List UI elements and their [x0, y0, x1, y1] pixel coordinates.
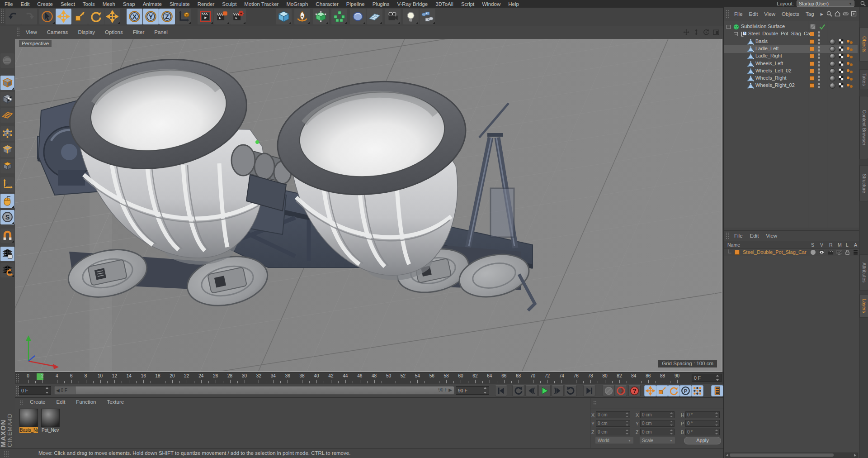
add-volume-button[interactable]: [350, 9, 366, 24]
rotate-view-icon[interactable]: [703, 29, 710, 36]
record-button[interactable]: [615, 385, 627, 396]
undo-button[interactable]: [5, 9, 21, 24]
layer-color-chip[interactable]: [810, 68, 814, 73]
expand-toggle[interactable]: [734, 32, 738, 36]
om-menu-view[interactable]: View: [764, 11, 775, 17]
goto-start-button[interactable]: [495, 385, 507, 396]
menu-simulate[interactable]: Simulate: [170, 1, 190, 7]
menu-select[interactable]: Select: [61, 1, 75, 7]
layer-color-chip[interactable]: [810, 75, 814, 81]
render-icon[interactable]: [827, 249, 834, 256]
range-end-label[interactable]: 90 F ▶: [439, 387, 452, 392]
key-parameter-button[interactable]: P: [679, 385, 692, 396]
snap-magnet-button[interactable]: [0, 229, 14, 243]
tree-item-basis[interactable]: Basis: [724, 38, 858, 46]
menu-motion-tracker[interactable]: Motion Tracker: [244, 1, 278, 7]
menu-v-ray-bridge[interactable]: V-Ray Bridge: [397, 1, 428, 7]
visibility-dots[interactable]: [818, 82, 820, 88]
texture-tag[interactable]: [838, 53, 844, 59]
om-menu-file[interactable]: File: [734, 11, 743, 17]
layer-color-chip[interactable]: [810, 31, 814, 36]
tree-item-subdivision-surface[interactable]: Subdivision Surface: [724, 23, 858, 31]
material-pot_nev[interactable]: Pot_Nev: [41, 409, 60, 433]
layer-row[interactable]: Steel_Double_Pot_Slag_Car: [724, 249, 859, 256]
lm-menu-view[interactable]: View: [766, 233, 777, 239]
material-tag[interactable]: [830, 38, 835, 45]
texture-tag[interactable]: [838, 38, 844, 44]
search-icon[interactable]: [826, 10, 833, 17]
material-tag[interactable]: [830, 46, 835, 52]
menu-tools[interactable]: Tools: [83, 1, 95, 7]
tree-item-wheels-right-02[interactable]: Wheels_Right_02: [724, 82, 858, 90]
tree-item-wheels-left[interactable]: Wheels_Left: [724, 60, 858, 68]
tree-item-wheels-right[interactable]: Wheels_Right: [724, 75, 858, 82]
play-loop-button[interactable]: [565, 385, 577, 396]
menu-mograph[interactable]: MoGraph: [286, 1, 308, 7]
tab-takes[interactable]: Takes: [859, 69, 868, 90]
lock-z-button[interactable]: Z: [159, 9, 175, 24]
play-forwards-button[interactable]: [538, 385, 551, 396]
animation-icon[interactable]: [852, 249, 859, 256]
manager-icon[interactable]: [836, 249, 843, 256]
menu-window[interactable]: Window: [482, 1, 500, 7]
axis-mode-button[interactable]: [0, 177, 14, 192]
render-picture-viewer-button[interactable]: [214, 9, 230, 24]
points-mode-button[interactable]: [0, 126, 14, 141]
tab-content-browser[interactable]: Content Browser: [859, 96, 868, 159]
scale-mode-dropdown[interactable]: Scale▼: [639, 437, 675, 444]
lock-workplane-button[interactable]: [0, 247, 14, 261]
texture-tag[interactable]: [838, 61, 844, 67]
autokey-help-button[interactable]: ?: [628, 385, 641, 396]
material-tag[interactable]: [830, 61, 835, 67]
solo-dot-icon[interactable]: [811, 250, 816, 255]
end-frame-field[interactable]: 90 F: [456, 386, 489, 395]
om-menu-objects[interactable]: Objects: [782, 11, 799, 17]
viewport-menu-cameras[interactable]: Cameras: [47, 29, 68, 35]
layer-list-body[interactable]: [724, 256, 859, 452]
texture-tag[interactable]: [838, 68, 844, 74]
texture-tag[interactable]: [838, 75, 844, 81]
visible-eye-icon[interactable]: [818, 249, 825, 256]
zoom-icon[interactable]: [693, 29, 700, 36]
texture-mode-button[interactable]: [0, 92, 14, 106]
om-menu-overflow[interactable]: ▶: [821, 12, 823, 16]
menu-3dtoall[interactable]: 3DToAll: [435, 1, 453, 7]
move-button[interactable]: [56, 9, 71, 24]
viewport-solo-button[interactable]: [0, 194, 14, 208]
material-menu-texture[interactable]: Texture: [107, 399, 124, 405]
horizontal-scrollbar[interactable]: [725, 453, 858, 458]
layer-color-chip[interactable]: [810, 38, 814, 44]
material-basis_ne[interactable]: Basis_Ne: [19, 409, 38, 433]
phong-tag[interactable]: [847, 38, 853, 44]
coord-field-b-2[interactable]: 0 °: [685, 429, 720, 435]
layer-color-chip[interactable]: [810, 53, 814, 58]
material-grip[interactable]: [19, 400, 24, 405]
menu-plugins[interactable]: Plugins: [373, 1, 390, 7]
layer-color-chip[interactable]: [735, 250, 740, 255]
add-cube-button[interactable]: [276, 9, 292, 24]
script-python-button[interactable]: [420, 9, 435, 24]
lock-y-button[interactable]: Y: [143, 9, 159, 24]
pan-icon[interactable]: [683, 29, 690, 36]
add-generator-button[interactable]: [313, 9, 329, 24]
visibility-dots[interactable]: [818, 61, 820, 67]
sds-check-icon[interactable]: [819, 24, 826, 30]
tree-item-steel-double-pot-slag-car[interactable]: 0Steel_Double_Pot_Slag_Car: [724, 30, 858, 38]
menu-help[interactable]: Help: [508, 1, 519, 7]
rotate-button[interactable]: [88, 9, 104, 24]
visibility-dots[interactable]: [818, 46, 820, 52]
lm-grip[interactable]: [726, 232, 730, 239]
coord-field-h-2[interactable]: 0 °: [685, 411, 720, 418]
menu-edit[interactable]: Edit: [21, 1, 30, 7]
menu-script[interactable]: Script: [461, 1, 474, 7]
menu-pipeline[interactable]: Pipeline: [346, 1, 365, 7]
current-frame-field[interactable]: 0 F: [19, 386, 51, 395]
ruler-grip[interactable]: [16, 374, 19, 383]
snap-s-button[interactable]: S: [0, 210, 14, 224]
key-pla-button[interactable]: [691, 385, 703, 396]
layer-color-chip[interactable]: [810, 46, 814, 51]
coord-grip[interactable]: [593, 401, 597, 405]
camera-label[interactable]: Perspective: [19, 40, 52, 47]
goto-end-button[interactable]: [583, 385, 595, 396]
viewport-menu-panel[interactable]: Panel: [154, 29, 167, 35]
